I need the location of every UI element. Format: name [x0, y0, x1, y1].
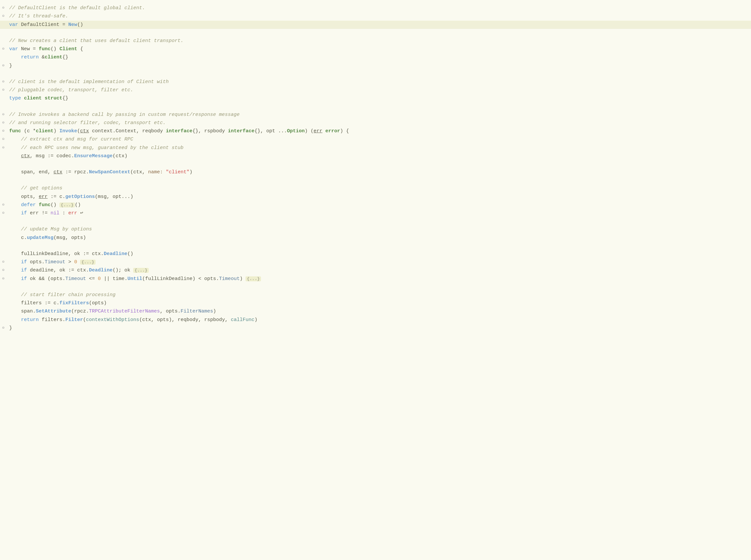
line-32-text: if opts.Timeout > 0 {...} [6, 258, 751, 266]
line-15-text: // and running selector filter, codec, t… [6, 119, 751, 127]
code-line-34: ⊖ if ok && (opts.Timeout <= 0 || time.Un… [0, 275, 751, 283]
code-line-11: ⊖ // pluggable codec, transport, filter … [0, 86, 751, 94]
line-10-text: // client is the default implementation … [6, 78, 751, 86]
fold-icon-31 [0, 250, 6, 251]
fold-icon-10[interactable]: ⊖ [0, 78, 6, 85]
code-editor: ⊖ // DefaultClient is the default global… [0, 3, 751, 334]
line-26-text: if err != nil : err ↩ [6, 209, 751, 217]
line-29-text: c.updateMsg(msg, opts) [6, 234, 751, 242]
line-12-text: type client struct{} [6, 95, 751, 102]
line-36-text: // start filter chain processing [6, 291, 751, 299]
code-line-35 [0, 283, 751, 291]
fold-icon-18[interactable]: ⊖ [0, 144, 6, 151]
code-line-20 [0, 160, 751, 168]
fold-icon-19 [0, 152, 6, 153]
fold-icon-37 [0, 299, 6, 300]
fold-icon-36 [0, 291, 6, 292]
fold-icon-39 [0, 316, 6, 317]
fold-icon-16[interactable]: ⊖ [0, 127, 6, 134]
line-11-text: // pluggable codec, transport, filter et… [6, 86, 751, 94]
fold-icon-15[interactable]: ⊖ [0, 119, 6, 126]
code-line-30 [0, 242, 751, 250]
fold-icon-14[interactable]: ⊖ [0, 111, 6, 118]
fold-icon-17[interactable]: ⊖ [0, 136, 6, 142]
line-5-text: // New creates a client that uses defaul… [6, 37, 751, 45]
line-1-text: // DefaultClient is the default global c… [6, 4, 751, 12]
fold-icon-5 [0, 37, 6, 38]
line-16-text: func (c *client) Invoke(ctx context.Cont… [6, 127, 751, 135]
code-line-19: ctx, msg := codec.EnsureMessage(ctx) [0, 152, 751, 160]
code-line-6: ⊖ var New = func() Client { [0, 45, 751, 53]
code-line-33: ⊖ if deadline, ok := ctx.Deadline(); ok … [0, 266, 751, 275]
fold-icon-6[interactable]: ⊖ [0, 45, 6, 52]
line-25-text: defer func() {...}() [6, 201, 751, 209]
code-line-27 [0, 217, 751, 225]
fold-icon-7 [0, 54, 6, 54]
code-line-38: span.SetAttribute(rpcz.TRPCAttributeFilt… [0, 307, 751, 316]
code-line-16: ⊖ func (c *client) Invoke(ctx context.Co… [0, 127, 751, 135]
code-line-18: ⊖ // each RPC uses new msg, guaranteed b… [0, 144, 751, 152]
line-7-text: return &client{} [6, 54, 751, 61]
line-2-text: // It's thread-safe. [6, 13, 751, 20]
line-31-text: fullLinkDeadline, ok := ctx.Deadline() [6, 250, 751, 258]
fold-icon-29 [0, 234, 6, 235]
line-23-text: // get options [6, 184, 751, 192]
code-line-2: ⊖ // It's thread-safe. [0, 12, 751, 20]
code-line-23: // get options [0, 184, 751, 192]
code-line-5: // New creates a client that uses defaul… [0, 37, 751, 45]
line-8-text: } [6, 62, 751, 69]
code-line-29: c.updateMsg(msg, opts) [0, 234, 751, 242]
line-39-text: return filters.Filter(contextWithOptions… [6, 316, 751, 324]
fold-icon-34[interactable]: ⊖ [0, 275, 6, 282]
line-3-text: var DefaultClient = New() [6, 21, 751, 28]
line-37-text: filters := c.fixFilters(opts) [6, 299, 751, 307]
fold-icon-21 [0, 168, 6, 169]
code-line-36: // start filter chain processing [0, 291, 751, 299]
line-24-text: opts, err := c.getOptions(msg, opt...) [6, 193, 751, 201]
code-line-7: return &client{} [0, 53, 751, 61]
fold-icon-2[interactable]: ⊖ [0, 13, 6, 19]
fold-icon-24 [0, 193, 6, 194]
line-33-text: if deadline, ok := ctx.Deadline(); ok {.… [6, 266, 751, 274]
code-line-1: ⊖ // DefaultClient is the default global… [0, 4, 751, 12]
fold-icon-23 [0, 184, 6, 185]
line-14-text: // Invoke invokes a backend call by pass… [6, 111, 751, 119]
code-line-40: ⊖ } [0, 324, 751, 332]
code-line-9 [0, 70, 751, 78]
fold-icon-38 [0, 307, 6, 308]
line-17-text: // extract ctx and msg for current RPC [6, 136, 751, 143]
code-line-15: ⊖ // and running selector filter, codec,… [0, 119, 751, 127]
code-line-12: type client struct{} [0, 94, 751, 102]
code-line-4 [0, 29, 751, 37]
code-line-13 [0, 103, 751, 111]
code-line-39: return filters.Filter(contextWithOptions… [0, 316, 751, 324]
code-line-25: ⊖ defer func() {...}() [0, 201, 751, 209]
code-line-14: ⊖ // Invoke invokes a backend call by pa… [0, 111, 751, 119]
line-40-text: } [6, 324, 751, 332]
code-line-31: fullLinkDeadline, ok := ctx.Deadline() [0, 250, 751, 258]
fold-icon-25[interactable]: ⊖ [0, 201, 6, 208]
fold-icon-8[interactable]: ⊖ [0, 62, 6, 69]
fold-icon-3 [0, 21, 6, 22]
fold-icon-1[interactable]: ⊖ [0, 4, 6, 11]
line-19-text: ctx, msg := codec.EnsureMessage(ctx) [6, 152, 751, 160]
code-line-21: span, end, ctx := rpcz.NewSpanContext(ct… [0, 168, 751, 176]
code-line-10: ⊖ // client is the default implementatio… [0, 78, 751, 86]
code-line-37: filters := c.fixFilters(opts) [0, 299, 751, 307]
fold-icon-26[interactable]: ⊖ [0, 209, 6, 216]
fold-icon-33[interactable]: ⊖ [0, 266, 6, 274]
code-line-24: opts, err := c.getOptions(msg, opt...) [0, 193, 751, 201]
code-line-32: ⊖ if opts.Timeout > 0 {...} [0, 258, 751, 266]
line-34-text: if ok && (opts.Timeout <= 0 || time.Unti… [6, 275, 751, 283]
code-line-8: ⊖ } [0, 62, 751, 70]
fold-icon-11[interactable]: ⊖ [0, 86, 6, 93]
code-line-28: // update Msg by options [0, 225, 751, 233]
code-line-22 [0, 176, 751, 184]
fold-icon-32[interactable]: ⊖ [0, 258, 6, 265]
line-38-text: span.SetAttribute(rpcz.TRPCAttributeFilt… [6, 307, 751, 315]
fold-icon-12 [0, 95, 6, 95]
code-line-3: var DefaultClient = New() [0, 21, 751, 29]
fold-icon-28 [0, 225, 6, 226]
line-21-text: span, end, ctx := rpcz.NewSpanContext(ct… [6, 168, 751, 176]
fold-icon-40[interactable]: ⊖ [0, 324, 6, 331]
